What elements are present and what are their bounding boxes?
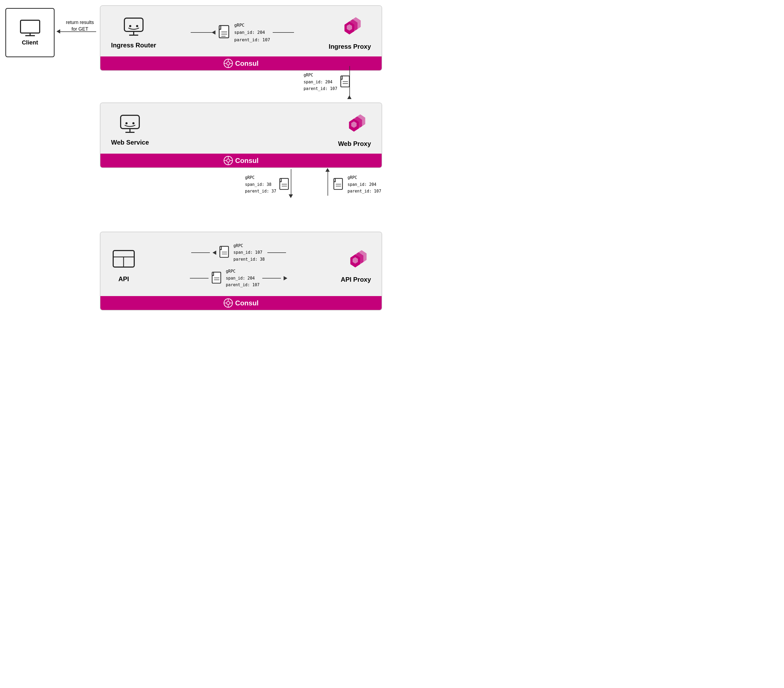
diagram: Client return resultsfor GET Ingress Rou… bbox=[0, 0, 392, 344]
api-node: API bbox=[111, 249, 136, 283]
web-consul-footer: Consul bbox=[100, 154, 382, 168]
svg-point-26 bbox=[125, 122, 128, 124]
consul-label-web: Consul bbox=[235, 156, 259, 165]
web-service-icon bbox=[118, 113, 142, 135]
arrow-line-left bbox=[191, 32, 212, 33]
api-proxy-node: API Proxy bbox=[341, 248, 371, 283]
ingress-span-group: gRPC span_id: 204 parent_id: 107 bbox=[191, 21, 294, 43]
ingress-span-parent: parent_id: 107 bbox=[234, 36, 270, 43]
ingress-span-text: gRPC span_id: 204 parent_id: 107 bbox=[234, 21, 270, 43]
svg-point-35 bbox=[227, 159, 230, 162]
doc-icon-api-bottom bbox=[211, 271, 223, 286]
v-line-web-right-up bbox=[328, 169, 328, 196]
api-label: API bbox=[118, 275, 129, 283]
connector-web-right-span-text: gRPC span_id: 204 parent_id: 107 bbox=[348, 174, 381, 195]
ingress-middle: gRPC span_id: 204 parent_id: 107 bbox=[156, 21, 329, 43]
arrowhead-up-web-right bbox=[325, 168, 330, 172]
api-span-bottom-group: gRPC span_id: 204 parent_id: 107 bbox=[190, 268, 287, 289]
connector-web-left-span: gRPC span_id: 38 parent_id: 37 bbox=[245, 174, 291, 195]
api-span-top-group: gRPC span_id: 107 parent_id: 38 bbox=[191, 242, 286, 263]
api-top-span-id: span_id: 107 bbox=[234, 249, 265, 256]
return-label: return resultsfor GET bbox=[57, 19, 102, 33]
ingress-proxy-node: Ingress Proxy bbox=[329, 15, 371, 50]
api-proxy-icon bbox=[343, 248, 369, 272]
monitor-icon bbox=[20, 19, 41, 36]
web-proxy-label: Web Proxy bbox=[338, 140, 371, 148]
doc-icon-ingress bbox=[218, 25, 231, 41]
client-box: Client bbox=[5, 8, 54, 57]
ingress-proxy-label: Ingress Proxy bbox=[329, 43, 371, 50]
web-proxy-icon bbox=[341, 112, 368, 136]
return-text: return resultsfor GET bbox=[66, 20, 94, 32]
api-panel-content: API gRPC span_id: 107 bbox=[100, 232, 382, 296]
api-bot-span-id: span_id: 204 bbox=[226, 275, 259, 282]
api-middle: gRPC span_id: 107 parent_id: 38 bbox=[136, 242, 341, 289]
ingress-proxy-icon bbox=[337, 15, 363, 39]
consul-label-ingress: Consul bbox=[235, 59, 259, 67]
web-service-node: Web Service bbox=[111, 113, 149, 146]
connector-ingress-protocol: gRPC bbox=[303, 72, 337, 79]
consul-label-api: Consul bbox=[235, 299, 259, 307]
arrowhead-pointing-left bbox=[212, 30, 216, 35]
consul-icon-ingress bbox=[224, 59, 233, 68]
api-arrowhead-left-top bbox=[212, 250, 216, 255]
ingress-span-id: span_id: 204 bbox=[234, 29, 270, 36]
api-arrowhead-right-bot bbox=[283, 276, 287, 280]
connector-right-span-id: span_id: 204 bbox=[348, 181, 381, 188]
doc-icon-connector-top bbox=[340, 75, 352, 89]
svg-point-60 bbox=[227, 301, 230, 304]
connector-ingress-span-text: gRPC span_id: 204 parent_id: 107 bbox=[303, 72, 337, 92]
doc-icon-connector-right bbox=[333, 177, 345, 192]
api-top-parent-id: parent_id: 38 bbox=[234, 256, 265, 263]
web-service-label: Web Service bbox=[111, 139, 149, 146]
connector-left-span-id: span_id: 38 bbox=[245, 181, 276, 188]
ingress-router-node: Ingress Router bbox=[111, 16, 156, 49]
consul-icon-api bbox=[224, 298, 233, 308]
ingress-router-icon bbox=[122, 16, 146, 37]
api-bot-protocol: gRPC bbox=[226, 268, 259, 275]
api-arrow-line-bot-right bbox=[262, 278, 281, 278]
connector-ingress-span-id: span_id: 204 bbox=[303, 79, 337, 86]
api-arrow-line-top-right bbox=[267, 252, 286, 253]
connector-right-parent-id: parent_id: 107 bbox=[348, 188, 381, 195]
return-arrowhead bbox=[56, 29, 60, 33]
api-span-top-text: gRPC span_id: 107 parent_id: 38 bbox=[234, 242, 265, 263]
doc-icon-api-top bbox=[219, 245, 231, 260]
web-proxy-node: Web Proxy bbox=[338, 112, 371, 148]
consul-logo-api: Consul bbox=[224, 298, 259, 308]
connector-web-right-span: gRPC span_id: 204 parent_id: 107 bbox=[333, 174, 381, 195]
api-panel: API gRPC span_id: 107 bbox=[100, 232, 382, 311]
api-arrow-line-bot-left bbox=[190, 278, 209, 278]
ingress-consul-footer: Consul bbox=[100, 56, 382, 70]
connector-ingress-span: gRPC span_id: 204 parent_id: 107 bbox=[303, 72, 352, 92]
connector-right-protocol: gRPC bbox=[348, 174, 381, 181]
ingress-span-protocol: gRPC bbox=[234, 21, 270, 29]
arrow-line-right bbox=[273, 32, 294, 33]
api-bot-parent-id: parent_id: 107 bbox=[226, 282, 259, 289]
arrowhead-down-web-left bbox=[289, 194, 293, 198]
connector-ingress-parent-id: parent_id: 107 bbox=[303, 86, 337, 92]
connector-left-parent-id: parent_id: 37 bbox=[245, 188, 276, 195]
ingress-router-label: Ingress Router bbox=[111, 41, 156, 49]
api-top-protocol: gRPC bbox=[234, 242, 265, 250]
svg-point-4 bbox=[129, 25, 131, 27]
return-arrow-line bbox=[58, 31, 96, 32]
api-icon bbox=[111, 249, 136, 271]
ingress-panel: Ingress Router bbox=[100, 5, 382, 71]
arrowhead-up-ingress bbox=[347, 95, 351, 99]
api-consul-footer: Consul bbox=[100, 296, 382, 310]
client-label: Client bbox=[22, 39, 38, 46]
doc-icon-connector-left bbox=[279, 177, 291, 192]
web-panel-content: Web Service Web Proxy bbox=[100, 103, 382, 154]
ingress-arrow-left bbox=[191, 30, 216, 35]
connector-left-protocol: gRPC bbox=[245, 174, 276, 181]
web-panel: Web Service Web Proxy bbox=[100, 102, 382, 168]
api-proxy-label: API Proxy bbox=[341, 276, 371, 283]
svg-point-17 bbox=[227, 62, 230, 65]
consul-icon-web bbox=[224, 156, 233, 165]
connector-web-left-span-text: gRPC span_id: 38 parent_id: 37 bbox=[245, 174, 276, 195]
svg-point-5 bbox=[136, 25, 138, 27]
ingress-panel-content: Ingress Router bbox=[100, 6, 382, 56]
svg-rect-0 bbox=[20, 20, 40, 33]
api-arrow-line-top-left bbox=[191, 252, 210, 253]
